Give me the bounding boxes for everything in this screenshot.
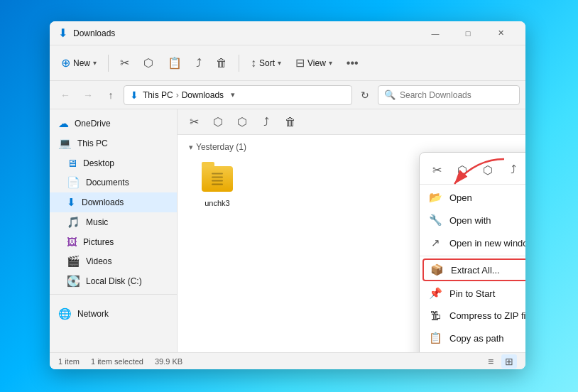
documents-icon: 📄 — [67, 176, 80, 189]
downloads-icon: ⬇ — [67, 196, 76, 209]
menu-item-openwith[interactable]: 🔧 Open with › — [420, 209, 525, 232]
copy-button[interactable]: ⬡ — [138, 53, 159, 73]
view-button[interactable]: ⊟ View ▾ — [290, 53, 338, 73]
maximize-button[interactable]: □ — [452, 21, 484, 45]
new-chevron-icon: ▾ — [93, 59, 97, 67]
menu-cut-button[interactable]: ✂ — [425, 160, 448, 180]
cut-button[interactable]: ✂ — [114, 53, 135, 73]
sidebar-item-pictures[interactable]: 🖼 Pictures — [50, 232, 177, 251]
music-icon: 🎵 — [67, 216, 80, 229]
new-button[interactable]: ⊕ New ▾ — [55, 53, 102, 73]
refresh-button[interactable]: ↻ — [355, 85, 375, 105]
sort-chevron-icon: ▾ — [278, 59, 281, 67]
context-menu: ✂ ⬡ ⬡ ⤴ 🗑 📂 Open Enter 🔧 Op — [419, 152, 525, 352]
location-icon: ⬇ — [130, 89, 138, 101]
toolbar-separator-1 — [108, 55, 109, 72]
ctx-copy-button[interactable]: ⬡ — [207, 112, 229, 132]
back-button[interactable]: ← — [55, 85, 75, 105]
new-icon: ⊕ — [61, 56, 70, 70]
cut-icon: ✂ — [120, 56, 129, 70]
status-count: 1 item — [58, 357, 80, 366]
menu-item-openwith-label: Open with — [449, 215, 491, 226]
menu-item-pintostart[interactable]: 📌 Pin to Start — [420, 282, 525, 305]
sidebar-item-onedrive[interactable]: ☁ OneDrive — [50, 114, 177, 134]
sidebar-item-videos[interactable]: 🎬 Videos — [50, 251, 177, 271]
sidebar-item-localdisk[interactable]: 💽 Local Disk (C:) — [50, 271, 177, 291]
sidebar-item-label: OneDrive — [75, 119, 111, 129]
status-size: 39.9 KB — [155, 357, 182, 366]
forward-button[interactable]: → — [78, 85, 98, 105]
toolbar-separator-2 — [239, 55, 239, 72]
menu-item-open[interactable]: 📂 Open Enter — [420, 186, 525, 209]
file-explorer-window: ⬇ Downloads — □ ✕ ⊕ New ▾ ✂ ⬡ 📋 ⤴ 🗑 — [50, 21, 525, 369]
ctx-delete-button[interactable]: 🗑 — [280, 112, 301, 132]
minimize-button[interactable]: — — [419, 21, 452, 45]
window-icon: ⬇ — [58, 26, 67, 40]
path-separator-1: › — [176, 90, 179, 100]
menu-copy-button[interactable]: ⬡ — [451, 160, 474, 180]
content-area: ✂ ⬡ ⬡ ⤴ 🗑 ▾ Yesterday (1) — [178, 109, 525, 352]
thispc-icon: 💻 — [58, 137, 72, 150]
desktop-icon: 🖥 — [67, 157, 77, 169]
new-label: New — [73, 58, 90, 68]
menu-item-copypath-label: Copy as path — [449, 333, 504, 344]
delete-button[interactable]: 🗑 — [210, 53, 233, 73]
ctx-cut-button[interactable]: ✂ — [183, 112, 205, 132]
share-button[interactable]: ⤴ — [190, 53, 207, 73]
menu-share-button[interactable]: ⤴ — [502, 160, 525, 180]
more-icon: ••• — [347, 57, 359, 70]
zip-folder-icon — [200, 162, 234, 196]
menu-item-compress-label: Compress to ZIP file — [449, 310, 525, 321]
sidebar-item-label: Local Disk (C:) — [86, 276, 142, 286]
search-input[interactable] — [400, 90, 513, 100]
titlebar: ⬇ Downloads — □ ✕ — [50, 21, 525, 45]
sidebar-item-downloads[interactable]: ⬇ Downloads — [50, 192, 177, 212]
list-view-button[interactable]: ≡ — [483, 354, 498, 369]
menu-open-section: 📂 Open Enter 🔧 Open with › ↗ Open in new… — [420, 185, 525, 256]
menu-item-compress[interactable]: 🗜 Compress to ZIP file — [420, 305, 525, 327]
menu-toolbar: ✂ ⬡ ⬡ ⤴ 🗑 — [420, 157, 525, 183]
menu-move-button[interactable]: ⬡ — [476, 160, 499, 180]
search-icon: 🔍 — [384, 89, 396, 100]
grid-view-button[interactable]: ⊞ — [501, 354, 517, 369]
sidebar-item-label: Network — [77, 309, 109, 319]
sort-button[interactable]: ↕ Sort ▾ — [245, 53, 287, 73]
menu-item-properties[interactable]: ℹ Properties Alt+Enter — [420, 349, 525, 352]
pintostart-icon: 📌 — [428, 287, 442, 300]
toolbar: ⊕ New ▾ ✂ ⬡ 📋 ⤴ 🗑 ↕ Sort ▾ ⊟ View ▾ — [50, 45, 525, 81]
sidebar-item-label: Documents — [86, 178, 129, 187]
paste-icon: 📋 — [168, 56, 182, 70]
sidebar-item-music[interactable]: 🎵 Music — [50, 212, 177, 232]
compress-icon: 🗜 — [428, 310, 442, 322]
search-box[interactable]: 🔍 — [378, 85, 520, 105]
copy-icon: ⬡ — [143, 56, 153, 70]
up-button[interactable]: ↑ — [101, 85, 121, 105]
sidebar: ☁ OneDrive 💻 This PC 🖥 Desktop 📄 Documen… — [50, 109, 178, 352]
addressbar: ← → ↑ ⬇ This PC › Downloads ▾ ↻ 🔍 — [50, 81, 525, 109]
ctx-share-button[interactable]: ⤴ — [256, 112, 277, 132]
delete-icon: 🗑 — [216, 57, 227, 70]
address-box[interactable]: ⬇ This PC › Downloads ▾ — [124, 85, 352, 105]
sort-icon: ↕ — [251, 57, 256, 70]
localdisk-icon: 💽 — [67, 275, 80, 288]
menu-item-opennew-label: Open in new window — [449, 238, 525, 249]
ctx-paste-button[interactable]: ⬡ — [231, 112, 253, 132]
main-area: ☁ OneDrive 💻 This PC 🖥 Desktop 📄 Documen… — [50, 109, 525, 352]
sidebar-item-documents[interactable]: 📄 Documents — [50, 173, 177, 192]
sidebar-item-network[interactable]: 🌐 Network — [50, 304, 177, 324]
context-toolbar: ✂ ⬡ ⬡ ⤴ 🗑 — [178, 109, 525, 135]
path-downloads: Downloads — [182, 90, 224, 100]
more-button[interactable]: ••• — [341, 53, 364, 73]
statusbar: 1 item 1 item selected 39.9 KB ≡ ⊞ — [50, 352, 525, 369]
sidebar-item-label: Videos — [86, 256, 111, 266]
menu-item-copypath[interactable]: 📋 Copy as path — [420, 327, 525, 349]
file-item-unchk3[interactable]: unchk3 — [189, 158, 246, 212]
sidebar-item-thispc[interactable]: 💻 This PC — [50, 134, 177, 153]
openwith-icon: 🔧 — [428, 214, 442, 227]
menu-item-open-newwindow[interactable]: ↗ Open in new window — [420, 232, 525, 254]
menu-item-extract[interactable]: 📦 Extract All... — [422, 258, 525, 281]
close-button[interactable]: ✕ — [484, 21, 517, 45]
sidebar-item-desktop[interactable]: 🖥 Desktop — [50, 153, 177, 173]
paste-button[interactable]: 📋 — [162, 53, 187, 73]
view-chevron-icon: ▾ — [329, 59, 332, 67]
